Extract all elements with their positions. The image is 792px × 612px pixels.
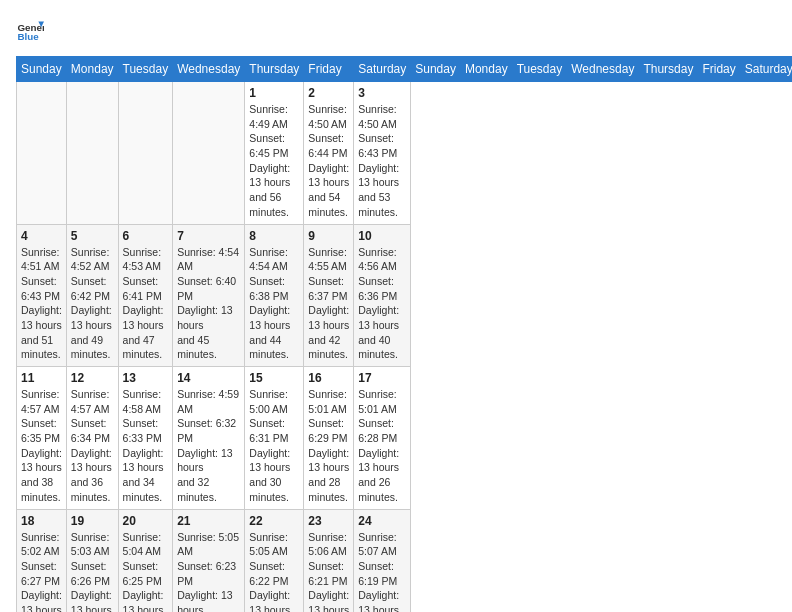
day-info: Sunrise: 5:02 AM Sunset: 6:27 PM Dayligh… [21,530,62,613]
day-number: 24 [358,514,406,528]
day-of-week-header: Thursday [245,57,304,82]
calendar-day-cell: 9Sunrise: 4:55 AM Sunset: 6:37 PM Daylig… [304,224,354,367]
weekday-header: Thursday [639,57,698,82]
day-number: 16 [308,371,349,385]
day-number: 10 [358,229,406,243]
calendar-day-cell: 19Sunrise: 5:03 AM Sunset: 6:26 PM Dayli… [66,509,118,612]
day-number: 18 [21,514,62,528]
day-info: Sunrise: 4:49 AM Sunset: 6:45 PM Dayligh… [249,102,299,220]
calendar-day-cell [17,82,67,225]
day-info: Sunrise: 4:56 AM Sunset: 6:36 PM Dayligh… [358,245,406,363]
day-of-week-header: Tuesday [118,57,173,82]
day-of-week-header: Monday [66,57,118,82]
day-info: Sunrise: 5:04 AM Sunset: 6:25 PM Dayligh… [123,530,169,613]
day-info: Sunrise: 4:50 AM Sunset: 6:44 PM Dayligh… [308,102,349,220]
calendar-day-cell: 14Sunrise: 4:59 AM Sunset: 6:32 PM Dayli… [173,367,245,510]
weekday-header: Sunday [411,57,461,82]
calendar-day-cell: 6Sunrise: 4:53 AM Sunset: 6:41 PM Daylig… [118,224,173,367]
day-number: 8 [249,229,299,243]
day-number: 21 [177,514,240,528]
day-number: 17 [358,371,406,385]
calendar-day-cell: 5Sunrise: 4:52 AM Sunset: 6:42 PM Daylig… [66,224,118,367]
day-number: 11 [21,371,62,385]
weekday-header: Wednesday [567,57,639,82]
calendar-day-cell: 7Sunrise: 4:54 AM Sunset: 6:40 PM Daylig… [173,224,245,367]
day-number: 23 [308,514,349,528]
calendar-day-cell: 4Sunrise: 4:51 AM Sunset: 6:43 PM Daylig… [17,224,67,367]
calendar-day-cell: 16Sunrise: 5:01 AM Sunset: 6:29 PM Dayli… [304,367,354,510]
weekday-header: Tuesday [512,57,567,82]
day-info: Sunrise: 5:00 AM Sunset: 6:31 PM Dayligh… [249,387,299,505]
day-number: 14 [177,371,240,385]
day-number: 13 [123,371,169,385]
day-info: Sunrise: 4:54 AM Sunset: 6:38 PM Dayligh… [249,245,299,363]
day-number: 19 [71,514,114,528]
day-number: 4 [21,229,62,243]
day-info: Sunrise: 4:55 AM Sunset: 6:37 PM Dayligh… [308,245,349,363]
logo: General Blue [16,16,44,44]
day-of-week-header: Friday [304,57,354,82]
day-info: Sunrise: 4:52 AM Sunset: 6:42 PM Dayligh… [71,245,114,363]
calendar-day-cell: 10Sunrise: 4:56 AM Sunset: 6:36 PM Dayli… [354,224,411,367]
calendar-week-row: 4Sunrise: 4:51 AM Sunset: 6:43 PM Daylig… [17,224,793,367]
calendar-day-cell: 18Sunrise: 5:02 AM Sunset: 6:27 PM Dayli… [17,509,67,612]
day-number: 20 [123,514,169,528]
day-number: 9 [308,229,349,243]
day-info: Sunrise: 4:57 AM Sunset: 6:34 PM Dayligh… [71,387,114,505]
day-of-week-header: Wednesday [173,57,245,82]
calendar-day-cell: 13Sunrise: 4:58 AM Sunset: 6:33 PM Dayli… [118,367,173,510]
day-info: Sunrise: 4:59 AM Sunset: 6:32 PM Dayligh… [177,387,240,505]
day-info: Sunrise: 5:05 AM Sunset: 6:22 PM Dayligh… [249,530,299,613]
calendar-day-cell: 17Sunrise: 5:01 AM Sunset: 6:28 PM Dayli… [354,367,411,510]
day-info: Sunrise: 4:54 AM Sunset: 6:40 PM Dayligh… [177,245,240,363]
day-of-week-header: Sunday [17,57,67,82]
calendar-day-cell: 3Sunrise: 4:50 AM Sunset: 6:43 PM Daylig… [354,82,411,225]
day-info: Sunrise: 4:53 AM Sunset: 6:41 PM Dayligh… [123,245,169,363]
calendar-day-cell: 21Sunrise: 5:05 AM Sunset: 6:23 PM Dayli… [173,509,245,612]
day-info: Sunrise: 4:50 AM Sunset: 6:43 PM Dayligh… [358,102,406,220]
calendar-week-row: 18Sunrise: 5:02 AM Sunset: 6:27 PM Dayli… [17,509,793,612]
calendar-week-row: 11Sunrise: 4:57 AM Sunset: 6:35 PM Dayli… [17,367,793,510]
calendar-day-cell: 8Sunrise: 4:54 AM Sunset: 6:38 PM Daylig… [245,224,304,367]
calendar-day-cell: 15Sunrise: 5:00 AM Sunset: 6:31 PM Dayli… [245,367,304,510]
day-number: 7 [177,229,240,243]
day-number: 2 [308,86,349,100]
calendar-day-cell: 24Sunrise: 5:07 AM Sunset: 6:19 PM Dayli… [354,509,411,612]
day-info: Sunrise: 5:01 AM Sunset: 6:28 PM Dayligh… [358,387,406,505]
day-number: 22 [249,514,299,528]
day-info: Sunrise: 4:57 AM Sunset: 6:35 PM Dayligh… [21,387,62,505]
calendar-week-row: 1Sunrise: 4:49 AM Sunset: 6:45 PM Daylig… [17,82,793,225]
calendar-day-cell [66,82,118,225]
day-number: 1 [249,86,299,100]
svg-text:Blue: Blue [17,31,39,42]
weekday-header: Friday [698,57,740,82]
calendar-table: SundayMondayTuesdayWednesdayThursdayFrid… [16,56,792,612]
calendar-day-cell [118,82,173,225]
logo-icon: General Blue [16,16,44,44]
day-info: Sunrise: 5:06 AM Sunset: 6:21 PM Dayligh… [308,530,349,613]
day-number: 6 [123,229,169,243]
day-number: 5 [71,229,114,243]
calendar-header-row: SundayMondayTuesdayWednesdayThursdayFrid… [17,57,793,82]
day-info: Sunrise: 5:05 AM Sunset: 6:23 PM Dayligh… [177,530,240,613]
calendar-day-cell [173,82,245,225]
calendar-day-cell: 1Sunrise: 4:49 AM Sunset: 6:45 PM Daylig… [245,82,304,225]
page-header: General Blue [16,16,776,44]
day-info: Sunrise: 5:07 AM Sunset: 6:19 PM Dayligh… [358,530,406,613]
calendar-day-cell: 20Sunrise: 5:04 AM Sunset: 6:25 PM Dayli… [118,509,173,612]
day-info: Sunrise: 5:03 AM Sunset: 6:26 PM Dayligh… [71,530,114,613]
day-info: Sunrise: 4:58 AM Sunset: 6:33 PM Dayligh… [123,387,169,505]
calendar-day-cell: 11Sunrise: 4:57 AM Sunset: 6:35 PM Dayli… [17,367,67,510]
weekday-header: Monday [460,57,512,82]
weekday-header: Saturday [740,57,792,82]
calendar-day-cell: 22Sunrise: 5:05 AM Sunset: 6:22 PM Dayli… [245,509,304,612]
day-number: 12 [71,371,114,385]
calendar-day-cell: 12Sunrise: 4:57 AM Sunset: 6:34 PM Dayli… [66,367,118,510]
day-number: 3 [358,86,406,100]
day-of-week-header: Saturday [354,57,411,82]
day-info: Sunrise: 4:51 AM Sunset: 6:43 PM Dayligh… [21,245,62,363]
day-number: 15 [249,371,299,385]
calendar-day-cell: 23Sunrise: 5:06 AM Sunset: 6:21 PM Dayli… [304,509,354,612]
day-info: Sunrise: 5:01 AM Sunset: 6:29 PM Dayligh… [308,387,349,505]
calendar-day-cell: 2Sunrise: 4:50 AM Sunset: 6:44 PM Daylig… [304,82,354,225]
